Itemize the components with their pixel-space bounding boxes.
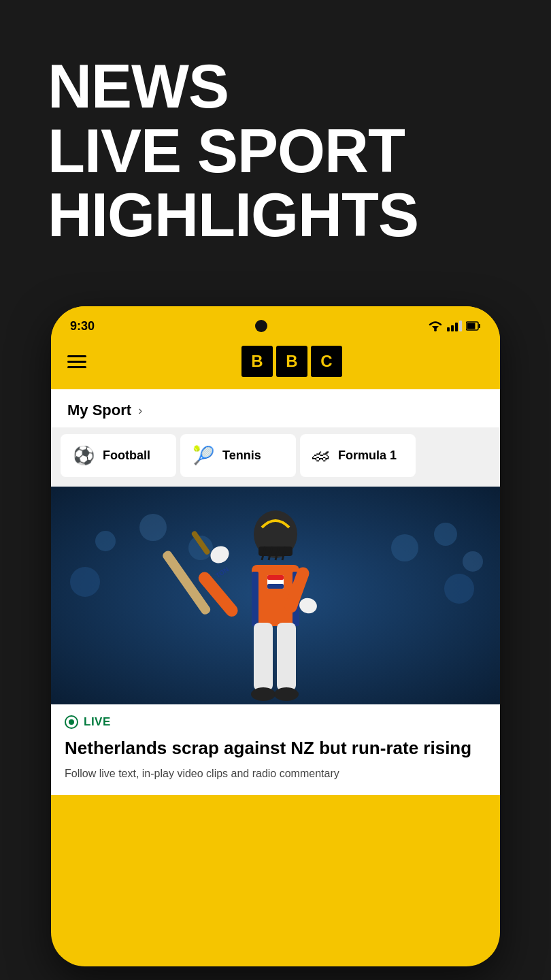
my-sport-bar[interactable]: My Sport ›	[51, 389, 500, 427]
bbc-c: C	[311, 346, 342, 377]
battery-icon	[466, 321, 481, 331]
svg-point-1	[434, 329, 437, 331]
hamburger-line2	[67, 361, 86, 363]
front-camera-icon	[255, 320, 267, 332]
signal-icon	[447, 321, 462, 331]
svg-point-32	[274, 687, 299, 701]
svg-point-11	[463, 551, 483, 572]
svg-point-9	[70, 567, 100, 597]
svg-point-31	[251, 687, 276, 701]
news-headline[interactable]: Netherlands scrap against NZ but run-rat…	[65, 737, 486, 760]
svg-rect-3	[479, 324, 481, 328]
football-icon: ⚽	[73, 445, 95, 466]
tennis-icon: 🎾	[193, 445, 214, 466]
status-icons	[428, 321, 481, 331]
hero-line3: HIGHLIGHTS	[48, 181, 418, 249]
sport-chip-football[interactable]: ⚽ Football	[61, 434, 176, 477]
live-dot	[69, 719, 74, 725]
app-header: B B C	[51, 342, 500, 389]
svg-point-7	[139, 514, 167, 541]
svg-point-6	[95, 531, 116, 551]
svg-point-13	[444, 574, 474, 604]
hamburger-line1	[67, 355, 86, 357]
svg-rect-35	[267, 584, 284, 589]
football-label: Football	[103, 448, 150, 463]
news-image: TON	[51, 487, 500, 704]
hero-section: NEWS LIVE SPORT HIGHLIGHTS	[48, 54, 418, 248]
chevron-right-icon: ›	[138, 404, 142, 418]
sport-chip-tennis[interactable]: 🎾 Tennis	[180, 434, 296, 477]
svg-rect-21	[252, 572, 258, 626]
hamburger-line3	[67, 366, 86, 368]
live-label: LIVE	[84, 715, 111, 729]
live-badge: LIVE	[65, 715, 486, 729]
cricket-player-image: TON	[51, 487, 500, 704]
bbc-b2: B	[276, 346, 307, 377]
hero-line2: LIVE SPORT	[48, 117, 405, 185]
news-summary: Follow live text, in-play video clips an…	[65, 766, 486, 781]
sport-chip-formula1[interactable]: 🏎 Formula 1	[300, 434, 416, 477]
svg-rect-29	[254, 623, 273, 691]
hero-line1: NEWS	[48, 52, 229, 120]
news-text-section: LIVE Netherlands scrap against NZ but ru…	[51, 704, 500, 795]
svg-rect-34	[267, 575, 284, 580]
svg-point-12	[391, 534, 418, 561]
live-circle-icon	[65, 715, 78, 729]
wifi-icon	[428, 321, 443, 331]
status-time: 9:30	[70, 319, 95, 333]
hamburger-menu[interactable]	[67, 355, 86, 368]
tennis-label: Tennis	[222, 448, 261, 463]
svg-rect-30	[277, 623, 296, 691]
status-bar: 9:30	[51, 306, 500, 342]
cricket-scene-svg: TON	[51, 487, 500, 704]
svg-point-10	[434, 523, 457, 546]
bbc-b1: B	[241, 346, 273, 377]
my-sport-label: My Sport	[67, 402, 131, 419]
phone-frame: 9:30	[51, 306, 500, 966]
formula1-icon: 🏎	[312, 445, 330, 466]
bbc-logo[interactable]: B B C	[241, 346, 342, 377]
formula1-label: Formula 1	[338, 448, 397, 463]
svg-rect-4	[467, 323, 475, 329]
sport-chips-container: ⚽ Football 🎾 Tennis 🏎 Formula 1	[51, 427, 500, 484]
content-area: My Sport › ⚽ Football 🎾 Tennis 🏎 Formula…	[51, 389, 500, 795]
